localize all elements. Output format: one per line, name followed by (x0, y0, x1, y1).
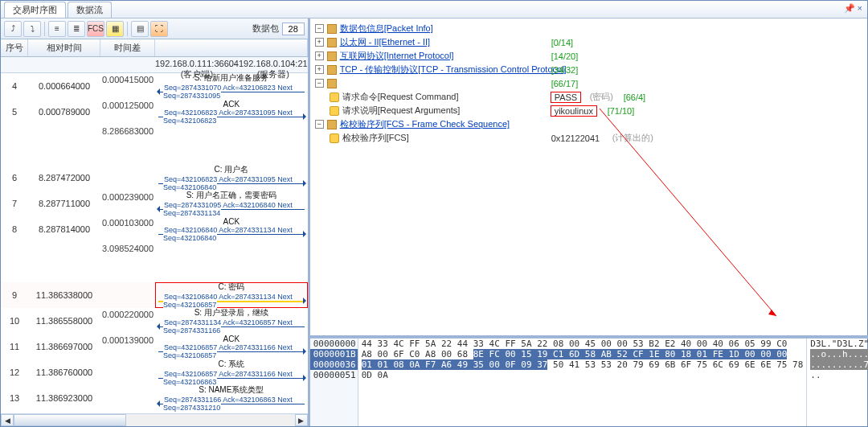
hex-offsets: 000000000000001B0000003600000051 (310, 339, 358, 426)
row-reltime: 11.386558000 (28, 308, 100, 334)
row-reltime: 8.287711000 (28, 191, 100, 216)
sequence-body[interactable]: 40.0006640000.000415000S: 给新用户准备服务Seq=28… (1, 73, 308, 413)
byte-count: [0/14] (551, 38, 574, 47)
row-timediff (100, 385, 155, 411)
value-password: yikoulinux (551, 106, 596, 116)
sequence-row[interactable]: 8.286683000 (1, 125, 308, 165)
node-req-args[interactable]: 请求说明[Request Arguments] (342, 105, 461, 117)
row-timediff: 0.000125000 (100, 99, 155, 125)
hex-bytes[interactable]: 44 33 4C FF 5A 22 44 33 4C FF 5A 22 08 0… (358, 339, 807, 426)
sequence-row[interactable]: 0.041414000 (1, 411, 308, 413)
node-packetinfo[interactable]: 数据包信息[Packet Info] (340, 23, 433, 35)
expand-icon[interactable]: − (315, 24, 324, 33)
tool-lines-icon[interactable]: ≡ (48, 21, 66, 37)
msg-label: C: 系统 (218, 359, 244, 370)
byte-count: [34/32] (551, 65, 579, 75)
seq-arrow: Seq=2874331166 Ack=432106863 Next Seq=28… (155, 396, 308, 412)
time-gap: 8.286683000 (100, 125, 155, 165)
row-reltime: 11.386760000 (28, 359, 100, 385)
expand-icon[interactable]: + (315, 51, 324, 60)
tool-grid-icon[interactable]: ▦ (106, 21, 124, 37)
sequence-row[interactable]: 3.098524000 (1, 242, 308, 282)
msg-label: S: 用户名正确，需要密码 (186, 190, 276, 201)
tool-up-icon[interactable]: ⤴ (4, 21, 22, 37)
packet-count-input[interactable] (282, 23, 305, 35)
expand-icon[interactable]: + (315, 38, 324, 47)
seq-arrow: Seq=2874331070 Ack=432106823 Next Seq=28… (155, 84, 308, 100)
row-reltime: 8.287472000 (28, 165, 100, 191)
h-scrollbar[interactable]: ◀ ▶ (1, 413, 308, 426)
msg-label: ACK (223, 217, 240, 226)
book-icon (327, 38, 337, 47)
byte-count: [66/4] (624, 92, 646, 102)
node-tcp[interactable]: TCP - 传输控制协议[TCP - Transmission Control … (340, 64, 567, 76)
row-reltime: 8.287814000 (28, 216, 100, 242)
msg-label: S: 用户登录后，继续 (194, 307, 268, 318)
node-ip[interactable]: 互联网协议[Internet Protocol] (340, 50, 454, 62)
sequence-row[interactable]: 40.0006640000.000415000S: 给新用户准备服务Seq=28… (1, 73, 308, 99)
tool-down-icon[interactable]: ⤵ (23, 21, 41, 37)
col-reltime[interactable]: 相对时间 (28, 39, 100, 56)
left-toolbar: ⤴ ⤵ ≡ ≣ FCS ▦ ▤ ⛶ 数据包 (1, 18, 308, 39)
sequence-row[interactable]: 911.386338000C: 密码Seq=432106840 Ack=2874… (1, 282, 308, 308)
pin-icon[interactable]: 📌 × (844, 3, 862, 14)
tab-datastream[interactable]: 数据流 (68, 2, 112, 18)
node-fcs[interactable]: 检校验序列[FCS - Frame Check Sequence] (340, 118, 510, 130)
packet-count-label: 数据包 (252, 23, 279, 35)
sequence-row[interactable]: 68.287472000C: 用户名Seq=432106823 Ack=2874… (1, 165, 308, 191)
scroll-left-icon[interactable]: ◀ (1, 414, 14, 426)
node-req-command[interactable]: 请求命令[Request Command] (342, 91, 459, 103)
byte-count: [71/10] (608, 106, 635, 116)
sequence-row[interactable]: 50.0007890000.000125000ACKSeq=432106823 … (1, 99, 308, 125)
row-timediff: 0.000220000 (100, 308, 155, 334)
book-icon (327, 65, 337, 75)
packet-tree[interactable]: −数据包信息[Packet Info] +以太网 - II[Ethernet -… (310, 18, 868, 335)
field-icon (330, 106, 339, 116)
row-timediff (100, 282, 155, 308)
note-computed: (计算出的) (612, 132, 653, 144)
expand-icon[interactable]: + (315, 65, 324, 74)
col-message (155, 39, 308, 56)
expand-icon[interactable]: − (315, 120, 324, 129)
sequence-row[interactable]: 1111.3866970000.000139000ACKSeq=43210685… (1, 334, 308, 359)
seq-arrow: Seq=432106823 Ack=2874331095 Next Seq=43… (155, 109, 308, 125)
tool-fcs-icon[interactable]: FCS (87, 21, 104, 37)
byte-count: [66/17] (551, 79, 579, 88)
time-gap: 3.098524000 (100, 242, 155, 282)
row-timediff: 0.000415000 (100, 73, 155, 99)
sequence-row[interactable]: 88.2878140000.000103000ACKSeq=432106840 … (1, 216, 308, 242)
book-icon (327, 120, 337, 129)
scroll-right-icon[interactable]: ▶ (295, 414, 308, 426)
row-seq: 10 (1, 308, 28, 334)
msg-label: ACK (223, 100, 240, 109)
sequence-row[interactable]: 78.2877110000.000239000S: 用户名正确，需要密码Seq=… (1, 191, 308, 216)
seq-arrow: Seq=432106840 Ack=2874331134 Next Seq=43… (155, 226, 308, 242)
msg-label: S: NAME系统类型 (199, 384, 264, 396)
hex-view[interactable]: 000000000000001B0000003600000051 44 33 4… (310, 338, 868, 426)
node-fcs-value[interactable]: 检校验序列[FCS] (342, 132, 409, 144)
grid-header: 序号 相对时间 时间差 (1, 39, 308, 57)
tool-view1-icon[interactable]: ▤ (131, 21, 149, 37)
col-timediff[interactable]: 时间差 (100, 39, 155, 56)
node-ethernet[interactable]: 以太网 - II[Ethernet - II] (340, 36, 430, 48)
row-seq: 5 (1, 99, 28, 125)
sequence-row[interactable]: 1311.386923000S: NAME系统类型Seq=2874331166 … (1, 385, 308, 411)
row-seq: 8 (1, 216, 28, 242)
client-address: 192.168.0.111:36604 (客户端) (155, 57, 239, 72)
tool-view2-icon[interactable]: ⛶ (150, 21, 168, 37)
book-icon (327, 51, 337, 61)
col-seq[interactable]: 序号 (1, 39, 28, 56)
expand-icon[interactable]: − (315, 79, 324, 88)
msg-label: ACK (223, 335, 240, 343)
scroll-thumb[interactable] (14, 414, 126, 426)
sequence-row[interactable]: 1211.386760000C: 系统Seq=432106857 Ack=287… (1, 359, 308, 385)
row-reltime: 0.000789000 (28, 99, 100, 125)
tool-rows-icon[interactable]: ≣ (68, 21, 85, 37)
tab-bar: 交易时序图 数据流 📌 × (1, 1, 867, 18)
msg-label: C: 密码 (218, 281, 244, 293)
tab-sequence[interactable]: 交易时序图 (4, 2, 66, 18)
sequence-row[interactable]: 1011.3865580000.000220000S: 用户登录后，继续Seq=… (1, 308, 308, 334)
hex-ascii[interactable]: D3L."D3L.Z"..E..S..@.@... ..o...h.......… (806, 339, 868, 426)
row-timediff: 0.000139000 (100, 334, 155, 359)
time-gap: 0.041414000 (100, 411, 155, 413)
